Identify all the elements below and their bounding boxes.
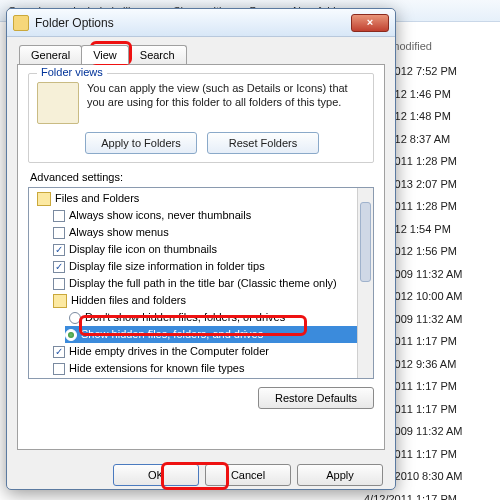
checkbox[interactable] — [53, 346, 65, 358]
annotation-highlight — [161, 462, 229, 490]
checkbox[interactable] — [53, 244, 65, 256]
tree-node-files-and-folders[interactable]: Files and Folders — [31, 190, 371, 207]
tree-node[interactable]: Always show menus — [31, 224, 371, 241]
folder-views-desc: You can apply the view (such as Details … — [87, 82, 365, 124]
radio[interactable] — [65, 329, 77, 341]
tab-view[interactable]: View — [81, 45, 129, 64]
folder-icon — [53, 294, 67, 308]
tree-node[interactable]: Display file icon on thumbnails — [31, 241, 371, 258]
folder-views-icon — [37, 82, 79, 124]
dialog-title: Folder Options — [35, 16, 351, 30]
checkbox[interactable] — [53, 261, 65, 273]
scrollbar[interactable] — [357, 188, 373, 378]
reset-folders-button[interactable]: Reset Folders — [207, 132, 319, 154]
apply-to-folders-button[interactable]: Apply to Folders — [85, 132, 197, 154]
checkbox[interactable] — [53, 278, 65, 290]
tree-node[interactable]: Display the full path in the title bar (… — [31, 275, 371, 292]
checkbox[interactable] — [53, 363, 65, 375]
group-title: Folder views — [37, 66, 107, 78]
tab-search[interactable]: Search — [128, 45, 187, 64]
close-icon[interactable]: × — [351, 14, 389, 32]
tree-node[interactable]: Hide extensions for known file types — [31, 360, 371, 377]
tree-node[interactable]: Hide protected operating system files (R… — [31, 377, 371, 379]
folder-icon — [13, 15, 29, 31]
checkbox[interactable] — [53, 210, 65, 222]
annotation-highlight — [79, 315, 307, 336]
tree-node[interactable]: Always show icons, never thumbnails — [31, 207, 371, 224]
restore-defaults-button[interactable]: Restore Defaults — [258, 387, 374, 409]
advanced-settings-label: Advanced settings: — [30, 171, 372, 183]
tabstrip: General View Search — [19, 45, 395, 64]
folder-views-group: Folder views You can apply the view (suc… — [28, 73, 374, 163]
apply-button[interactable]: Apply — [297, 464, 383, 486]
dialog-titlebar[interactable]: Folder Options × — [7, 9, 395, 37]
tree-node[interactable]: Display file size information in folder … — [31, 258, 371, 275]
scrollbar-thumb[interactable] — [360, 202, 371, 282]
folder-options-dialog: Folder Options × General View Search Fol… — [6, 8, 396, 490]
tree-node-hidden[interactable]: Hidden files and folders — [31, 292, 371, 309]
folder-icon — [37, 192, 51, 206]
tree-node[interactable]: Hide empty drives in the Computer folder — [31, 343, 371, 360]
advanced-settings-tree[interactable]: Files and Folders Always show icons, nev… — [28, 187, 374, 379]
tab-pane-view: Folder views You can apply the view (suc… — [17, 64, 385, 450]
tab-general[interactable]: General — [19, 45, 82, 64]
checkbox[interactable] — [53, 227, 65, 239]
